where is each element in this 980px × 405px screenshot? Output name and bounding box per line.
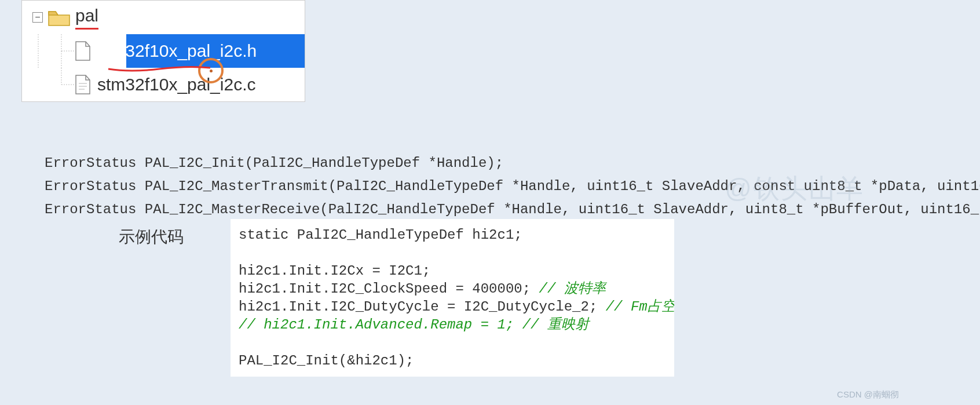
file-icon <box>74 41 92 61</box>
tree-line-icon <box>22 34 74 68</box>
collapse-icon[interactable]: − <box>32 12 43 23</box>
function-declarations: ErrorStatus PAL_I2C_Init(PalI2C_HandleTy… <box>45 129 980 221</box>
example-code-block: static PalI2C_HandleTypeDef hi2c1; hi2c1… <box>231 219 674 377</box>
decl-line-3: ErrorStatus PAL_I2C_MasterReceive(PalI2C… <box>45 202 980 217</box>
code-line-1: static PalI2C_HandleTypeDef hi2c1; <box>239 227 522 243</box>
file-icon <box>74 74 92 95</box>
code-line-6: // hi2c1.Init.Advanced.Remap = 1; // 重映射 <box>239 317 589 333</box>
decl-line-1: ErrorStatus PAL_I2C_Init(PalI2C_HandleTy… <box>45 155 503 171</box>
file-tree-panel: − pal stm32f10x_pal_i2c.h <box>21 0 305 102</box>
folder-icon <box>47 8 71 27</box>
tree-file-h-label: stm32f10x_pal_i2c.h <box>97 41 257 61</box>
tree-folder-pal[interactable]: − pal <box>22 1 305 34</box>
tree-file-c-label: stm32f10x_pal_i2c.c <box>97 75 256 94</box>
code-line-5: hi2c1.Init.I2C_DutyCycle = I2C_DutyCycle… <box>239 299 674 315</box>
code-line-3: hi2c1.Init.I2Cx = I2C1; <box>239 263 430 279</box>
code-line-4: hi2c1.Init.I2C_ClockSpeed = 400000; // 波… <box>239 281 606 297</box>
code-line-8: PAL_I2C_Init(&hi2c1); <box>239 353 414 368</box>
decl-line-2: ErrorStatus PAL_I2C_MasterTransmit(PalI2… <box>45 178 980 194</box>
tree-file-source[interactable]: stm32f10x_pal_i2c.c <box>22 68 305 101</box>
tree-line-icon <box>22 68 74 101</box>
tree-root-label: pal <box>75 6 98 30</box>
tree-file-header[interactable]: stm32f10x_pal_i2c.h <box>22 34 305 68</box>
watermark-footer: CSDN @南蝈彻 <box>837 389 899 400</box>
example-code-label: 示例代码 <box>119 226 184 248</box>
